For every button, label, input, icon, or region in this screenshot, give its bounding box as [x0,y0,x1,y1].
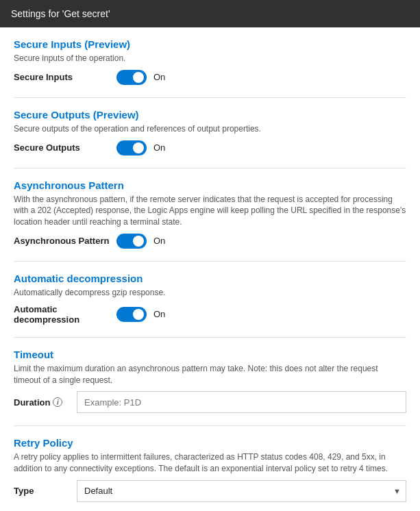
duration-input[interactable] [77,391,406,413]
async-pattern-section: Asynchronous Pattern With the asynchrono… [14,179,406,249]
retry-policy-title: Retry Policy [14,437,406,449]
duration-info-icon[interactable]: i [53,397,62,407]
secure-outputs-section: Secure Outputs (Preview) Secure outputs … [14,109,406,155]
secure-inputs-thumb [133,72,144,83]
async-pattern-toggle-row: Asynchronous Pattern On [14,234,406,249]
divider-5 [14,425,406,426]
secure-outputs-toggle-row: Secure Outputs On [14,140,406,155]
auto-decomp-label2: decompression [14,314,110,325]
secure-outputs-desc: Secure outputs of the operation and refe… [14,123,406,135]
duration-row: Duration i [14,391,406,413]
duration-label: Duration i [14,397,69,408]
auto-decomp-section: Automatic decompression Automatically de… [14,273,406,325]
secure-inputs-section: Secure Inputs (Preview) Secure inputs of… [14,38,406,85]
retry-type-wrapper: Default None Fixed Exponential ▼ [77,480,406,502]
secure-inputs-toggle[interactable] [116,70,147,85]
auto-decomp-desc: Automatically decompress gzip response. [14,287,406,299]
timeout-desc: Limit the maximum duration an asynchrono… [14,363,406,386]
auto-decomp-label-wrap: Automatic decompression [14,304,110,325]
async-pattern-state: On [153,236,165,246]
retry-type-select[interactable]: Default None Fixed Exponential [77,480,406,502]
secure-inputs-title: Secure Inputs (Preview) [14,38,406,50]
auto-decomp-toggle-row: Automatic decompression On [14,304,406,325]
secure-outputs-toggle[interactable] [116,140,147,155]
title-text: Settings for 'Get secret' [11,8,110,19]
async-pattern-label: Asynchronous Pattern [14,236,110,246]
timeout-title: Timeout [14,349,406,360]
divider-4 [14,337,406,338]
secure-inputs-label: Secure Inputs [14,72,110,82]
auto-decomp-title: Automatic decompression [14,273,406,284]
secure-outputs-state: On [153,142,165,153]
timeout-section: Timeout Limit the maximum duration an as… [14,349,406,414]
auto-decomp-track [116,307,147,322]
secure-inputs-track [116,70,147,85]
auto-decomp-state: On [153,309,165,319]
async-pattern-title: Asynchronous Pattern [14,179,406,191]
auto-decomp-label1: Automatic [14,304,110,314]
auto-decomp-toggle[interactable] [116,307,147,322]
retry-type-label: Type [14,486,69,496]
secure-inputs-toggle-row: Secure Inputs On [14,70,406,85]
retry-policy-desc: A retry policy applies to intermittent f… [14,451,406,475]
divider-3 [14,261,406,262]
retry-policy-section: Retry Policy A retry policy applies to i… [14,437,406,502]
secure-inputs-state: On [153,72,165,82]
async-pattern-track [116,234,147,249]
secure-inputs-desc: Secure inputs of the operation. [14,53,406,64]
secure-outputs-track [116,140,147,155]
secure-outputs-label: Secure Outputs [14,142,110,153]
secure-outputs-title: Secure Outputs (Preview) [14,109,406,121]
divider-2 [14,168,406,169]
async-pattern-toggle[interactable] [116,234,147,249]
secure-outputs-thumb [133,142,144,153]
retry-type-row: Type Default None Fixed Exponential ▼ [14,480,406,502]
async-pattern-thumb [133,236,144,247]
settings-content: Secure Inputs (Preview) Secure inputs of… [0,27,420,511]
async-pattern-desc: With the asynchronous pattern, if the re… [14,194,406,228]
divider-1 [14,97,406,98]
title-bar: Settings for 'Get secret' [0,0,420,27]
auto-decomp-thumb [133,309,144,320]
